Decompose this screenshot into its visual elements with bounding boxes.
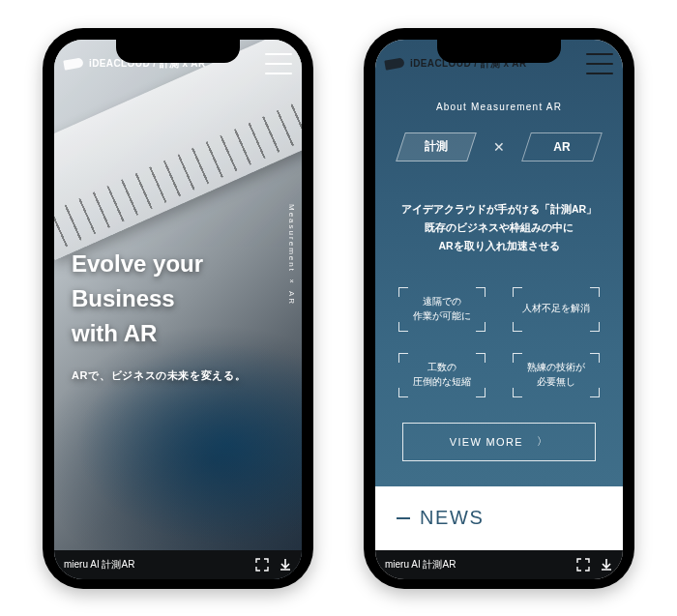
feature-line: 人材不足を解消 <box>522 303 590 313</box>
download-icon[interactable] <box>600 558 613 572</box>
brand-mark-icon <box>384 57 404 70</box>
feature-line: 遠隔での <box>423 296 461 307</box>
phone-notch <box>437 40 561 63</box>
feature-line: 工数の <box>427 362 456 372</box>
about-chips: 計測 ✕ AR <box>375 132 623 161</box>
feature-item: 人材不足を解消 <box>513 287 600 332</box>
phone-mockup-about: iDEACLOUD / 計測 x AR About Measurement AR… <box>364 28 634 589</box>
hero-headline-line: Business <box>72 285 175 311</box>
chevron-right-icon: 〉 <box>537 434 548 449</box>
side-vertical-label: Measurement × AR <box>287 204 296 306</box>
chip-measurement: 計測 <box>400 132 472 161</box>
feature-line: 必要無し <box>537 376 575 387</box>
feature-line: 作業が可能に <box>413 310 471 321</box>
phone-notch <box>116 40 240 63</box>
about-section: iDEACLOUD / 計測 x AR About Measurement AR… <box>375 40 623 486</box>
fullscreen-icon[interactable] <box>255 558 269 572</box>
chip-ar: AR <box>526 132 598 161</box>
hero-headline-line: Evolve your <box>72 250 203 277</box>
bottom-bar: mieru AI 計測AR <box>54 550 302 579</box>
bottom-bar-label: mieru AI 計測AR <box>64 558 134 572</box>
fullscreen-icon[interactable] <box>576 558 590 572</box>
view-more-label: VIEW MORE <box>450 436 523 448</box>
hero-copy: Evolve your Business with AR ARで、ビジネスの未来… <box>72 247 280 383</box>
feature-line: 圧倒的な短縮 <box>413 376 471 387</box>
download-icon[interactable] <box>279 558 292 572</box>
about-copy: アイデアクラウドが手がける「計測AR」 既存のビジネスや枠組みの中に ARを取り… <box>397 200 602 256</box>
feature-line: 熟練の技術が <box>527 362 585 372</box>
feature-item: 遠隔での 作業が可能に <box>398 287 486 332</box>
bottom-bar-label: mieru AI 計測AR <box>385 558 456 572</box>
hero-subcopy: ARで、ビジネスの未来を変える。 <box>72 368 280 383</box>
view-more-button[interactable]: VIEW MORE 〉 <box>402 423 596 461</box>
hero-headline: Evolve your Business with AR <box>72 247 280 351</box>
about-features: 遠隔での 作業が可能に 人材不足を解消 工数の <box>398 287 600 397</box>
about-copy-line: 既存のビジネスや枠組みの中に <box>397 219 602 237</box>
news-dash-icon <box>397 517 410 519</box>
menu-button[interactable] <box>265 53 292 74</box>
about-copy-line: ARを取り入れ加速させる <box>397 237 602 255</box>
feature-item: 工数の 圧倒的な短縮 <box>398 353 486 397</box>
brand-mark-icon <box>63 57 83 70</box>
news-section: NEWS <box>375 486 623 550</box>
phone-mockup-hero: iDEACLOUD / 計測 x AR Measurement × AR Evo… <box>43 28 313 589</box>
news-heading: NEWS <box>420 507 484 529</box>
hero-headline-line: with AR <box>72 320 157 346</box>
bottom-bar: mieru AI 計測AR <box>375 550 623 579</box>
about-copy-line: アイデアクラウドが手がける「計測AR」 <box>397 200 602 219</box>
feature-item: 熟練の技術が 必要無し <box>513 353 600 397</box>
chip-x-icon: ✕ <box>493 139 505 155</box>
about-section-title: About Measurement AR <box>375 102 623 112</box>
menu-button[interactable] <box>586 53 613 74</box>
